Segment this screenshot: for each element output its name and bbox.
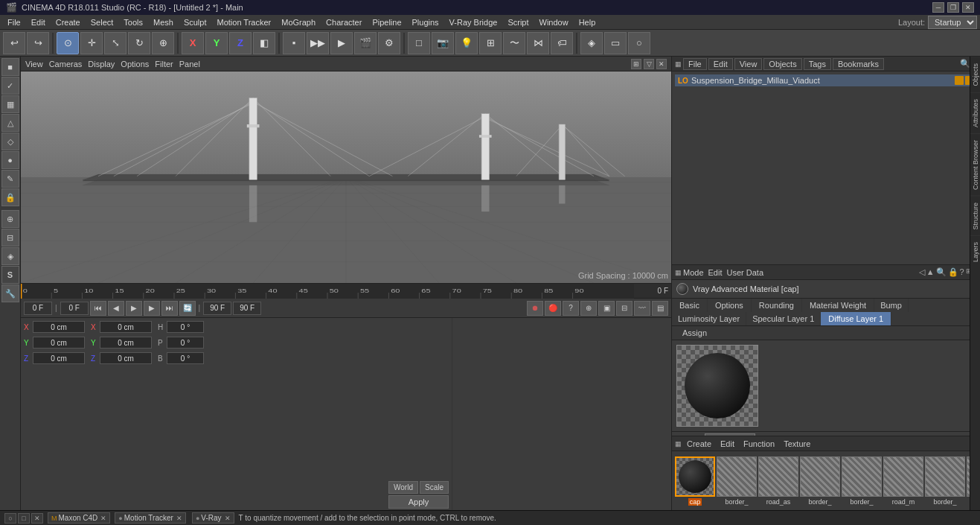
next-key-button[interactable]: ▶ [144, 301, 160, 316]
mat-strip-function[interactable]: Function [740, 439, 778, 449]
attr-help-icon[interactable]: ? [960, 267, 964, 277]
lt-edge[interactable]: ◇ [1, 133, 19, 150]
attr-lock-icon[interactable]: 🔒 [948, 267, 958, 277]
undo-button[interactable]: ↩ [3, 32, 25, 54]
assign-button[interactable]: Assign [672, 326, 717, 340]
play-button[interactable]: ▶ [126, 301, 142, 316]
key-scale-button[interactable]: ⊟ [616, 301, 632, 316]
mat-tab-bump[interactable]: Bump [874, 299, 909, 312]
x-size[interactable]: 0 cm [100, 321, 152, 333]
floor-button[interactable]: ▭ [604, 32, 627, 54]
move-tool-button[interactable]: ✛ [80, 32, 103, 54]
menu-select[interactable]: Select [86, 17, 118, 28]
help-button[interactable]: ? [563, 301, 579, 316]
menu-mesh[interactable]: Mesh [149, 17, 178, 28]
vp-panel[interactable]: Panel [179, 60, 200, 69]
menu-help[interactable]: Help [574, 17, 601, 28]
status-tab-2[interactable]: ● Motion Tracker ✕ [115, 512, 186, 524]
lt-grid[interactable]: ▦ [1, 95, 19, 113]
tab-view[interactable]: View [734, 58, 763, 70]
scale-tool-button[interactable]: ⤡ [104, 32, 126, 54]
menu-motion-tracker[interactable]: Motion Tracker [212, 17, 275, 28]
mat-tab-specular[interactable]: Specular Layer 1 [746, 312, 821, 325]
side-tab-content-browser[interactable]: Content Browser [970, 133, 981, 196]
menu-create[interactable]: Create [51, 17, 85, 28]
coord-button[interactable]: ◧ [253, 32, 275, 54]
deformer-button[interactable]: ⋈ [527, 32, 549, 54]
x-pos[interactable]: 0 cm [33, 321, 85, 333]
menu-mograph[interactable]: MoGraph [277, 17, 320, 28]
vp-down[interactable]: ▽ [644, 59, 654, 69]
viewport[interactable]: View Cameras Display Options Filter Pane… [21, 57, 671, 283]
mat-swatch-border4[interactable]: border_ [925, 456, 965, 506]
objects-search[interactable]: 🔍 [960, 59, 970, 69]
mat-tab-weight[interactable]: Material Weight [802, 299, 874, 312]
sky-button[interactable]: ○ [628, 32, 650, 54]
tab-file[interactable]: File [683, 58, 707, 70]
mat-strip-edit[interactable]: Edit [717, 439, 738, 449]
attr-tab-edit[interactable]: Edit [708, 268, 723, 277]
mat-tab-rounding[interactable]: Rounding [752, 299, 802, 312]
display-mode-button[interactable]: ◈ [580, 32, 603, 54]
status-icon-2[interactable]: □ [18, 513, 30, 524]
lt-objects[interactable]: ■ [1, 58, 19, 76]
mat-swatch-roadas[interactable]: road_as [758, 456, 798, 506]
mat-tab-diffuse[interactable]: Diffuse Layer 1 [821, 312, 891, 325]
lt-paint[interactable]: ✎ [1, 170, 19, 188]
lt-workplane[interactable]: ⊟ [1, 229, 19, 246]
menu-plugins[interactable]: Plugins [408, 17, 443, 28]
close-button[interactable]: ✕ [962, 2, 974, 13]
status-tab-1-close[interactable]: ✕ [100, 515, 106, 522]
autokey-button[interactable]: 🔴 [545, 301, 561, 316]
menu-edit[interactable]: Edit [27, 17, 50, 28]
attr-back-icon[interactable]: ◁ [919, 267, 925, 277]
status-tab-3-close[interactable]: ✕ [225, 515, 231, 522]
layout-select[interactable]: Startup [928, 16, 977, 29]
y-pos[interactable]: 0 cm [33, 337, 85, 349]
lt-snap[interactable]: 🔒 [1, 188, 19, 206]
menu-tools[interactable]: Tools [119, 17, 147, 28]
attr-up-icon[interactable]: ▲ [926, 267, 935, 277]
apply-button[interactable]: Apply [388, 495, 449, 509]
prev-key-button[interactable]: ◀ [108, 301, 124, 316]
attr-search-icon[interactable]: 🔍 [936, 267, 947, 277]
status-icon-3[interactable]: ✕ [31, 513, 43, 524]
b-rot[interactable]: 0 ° [167, 352, 204, 364]
mat-tab-options[interactable]: Options [708, 299, 752, 312]
side-tab-structure[interactable]: Structure [970, 196, 981, 236]
axis-z-button[interactable]: Z [229, 32, 252, 54]
render-region-button[interactable]: ▪ [283, 32, 305, 54]
axis-y-button[interactable]: Y [205, 32, 228, 54]
vp-close[interactable]: ✕ [656, 59, 667, 69]
mat-strip-texture[interactable]: Texture [780, 439, 814, 449]
render-view-button[interactable]: ▶ [330, 32, 353, 54]
mat-swatch-cap[interactable]: cap [675, 456, 715, 506]
vp-expand[interactable]: ⊞ [631, 59, 641, 69]
h-rot[interactable]: 0 ° [167, 321, 204, 333]
scene-item-bridge[interactable]: LO Suspension_Bridge_Millau_Viaduct [675, 74, 977, 86]
y-size[interactable]: 0 cm [100, 337, 152, 349]
lt-axis[interactable]: ⊕ [1, 210, 19, 228]
tab-bookmarks[interactable]: Bookmarks [833, 58, 884, 70]
model-mode-button[interactable]: ⊙ [57, 32, 79, 54]
tab-objects[interactable]: Objects [763, 58, 801, 70]
vp-display[interactable]: Display [88, 60, 115, 69]
lt-sculpt2[interactable]: 🔧 [1, 284, 19, 302]
lt-poly[interactable]: △ [1, 114, 19, 132]
motion-path-button[interactable]: 〰 [634, 301, 650, 316]
redo-button[interactable]: ↪ [27, 32, 49, 54]
go-start-button[interactable]: ⏮ [90, 301, 106, 316]
vp-options[interactable]: Options [121, 60, 149, 69]
end-frame-input[interactable] [233, 302, 261, 315]
render-anim-button[interactable]: ▶▶ [307, 32, 329, 54]
preview-end-input[interactable] [203, 302, 231, 315]
mat-swatch-border2[interactable]: border_ [800, 456, 840, 506]
restore-button[interactable]: ❐ [947, 2, 959, 13]
menu-pipeline[interactable]: Pipeline [368, 17, 406, 28]
timeline-view-button[interactable]: ▤ [652, 301, 668, 316]
mat-swatch-border3[interactable]: border_ [842, 456, 882, 506]
spline-button[interactable]: 〜 [503, 32, 525, 54]
status-tab-2-close[interactable]: ✕ [176, 515, 182, 522]
tag-button[interactable]: 🏷 [551, 32, 573, 54]
render-settings-button[interactable]: ⚙ [378, 32, 400, 54]
